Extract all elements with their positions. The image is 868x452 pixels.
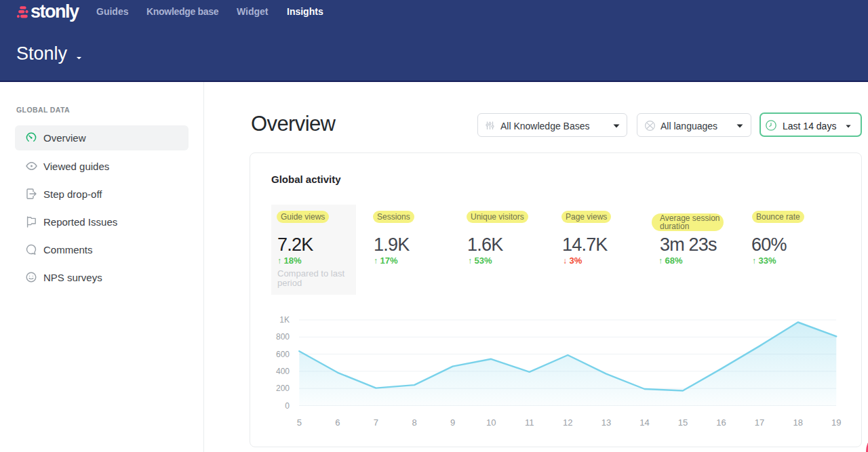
svg-text:12: 12 xyxy=(563,417,572,428)
svg-text:9: 9 xyxy=(450,417,455,428)
svg-text:14: 14 xyxy=(639,417,649,428)
svg-text:16: 16 xyxy=(716,417,726,428)
svg-text:18: 18 xyxy=(793,417,802,428)
svg-text:7: 7 xyxy=(374,417,378,428)
svg-text:17: 17 xyxy=(755,417,764,428)
svg-text:800: 800 xyxy=(276,332,290,342)
svg-text:0: 0 xyxy=(285,401,290,411)
svg-text:1K: 1K xyxy=(279,315,290,325)
svg-text:8: 8 xyxy=(412,417,416,428)
svg-text:11: 11 xyxy=(525,417,534,428)
svg-text:400: 400 xyxy=(276,367,290,376)
svg-text:19: 19 xyxy=(831,417,841,428)
svg-text:5: 5 xyxy=(297,417,302,428)
svg-text:15: 15 xyxy=(678,417,688,428)
svg-text:600: 600 xyxy=(276,350,290,359)
svg-text:6: 6 xyxy=(335,417,340,428)
svg-text:13: 13 xyxy=(601,417,611,428)
svg-text:200: 200 xyxy=(276,384,290,393)
svg-text:10: 10 xyxy=(486,417,496,428)
